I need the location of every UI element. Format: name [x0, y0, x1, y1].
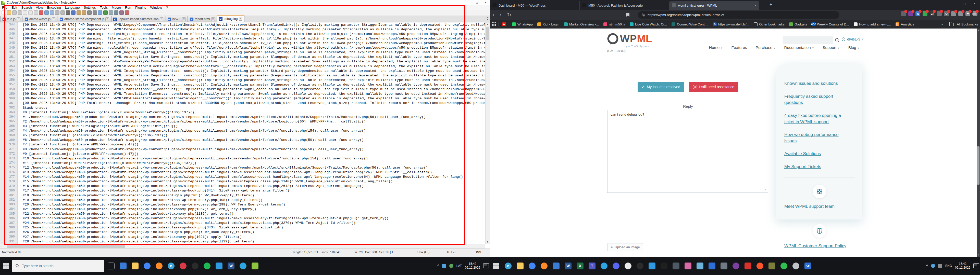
- search-box-icon[interactable]: Q: [944, 11, 949, 16]
- document-tab[interactable]: new 1 ×: [165, 16, 188, 22]
- sidebar-link[interactable]: How we debug performance issues: [784, 132, 850, 144]
- sync-vertical-icon[interactable]: [87, 10, 92, 15]
- need-assistance-button[interactable]: @ I still need assistance: [689, 82, 738, 92]
- tray-expand-icon[interactable]: ^: [438, 264, 439, 268]
- sidebar-link[interactable]: Known issues and solutions: [784, 81, 850, 87]
- obs-icon[interactable]: [636, 262, 643, 269]
- bookmark-item[interactable]: Other bookmarks: [751, 22, 787, 26]
- document-tab[interactable]: Topauto import Summer.json ×: [111, 16, 165, 22]
- word-icon[interactable]: W: [565, 262, 571, 269]
- url-text[interactable]: https://wpml.org/forums/topic/wpml-criti…: [648, 13, 724, 17]
- menu-item[interactable]: Encoding: [45, 6, 63, 9]
- bookmarks-overflow-chevron[interactable]: »: [941, 22, 943, 26]
- document-tab[interactable]: ammo.wasm.js ×: [23, 16, 57, 22]
- vertical-scrollbar[interactable]: [485, 22, 490, 244]
- action-center-icon[interactable]: [483, 263, 489, 269]
- tab-close-icon[interactable]: ×: [105, 17, 109, 21]
- page-scroll-up-icon[interactable]: ▲: [977, 29, 980, 31]
- tab-close-icon[interactable]: ×: [52, 17, 56, 21]
- spotify-icon[interactable]: [204, 262, 210, 269]
- paint-icon[interactable]: [684, 262, 691, 269]
- chrome-icon[interactable]: [144, 262, 151, 269]
- cut-icon[interactable]: [39, 10, 43, 15]
- document-map-icon[interactable]: [119, 10, 124, 15]
- save-icon[interactable]: [12, 10, 17, 15]
- show-all-characters-icon[interactable]: [103, 10, 108, 15]
- minimize-button[interactable]: –: [464, 0, 473, 5]
- bookmark-item[interactable]: CDC Weekly Counts of D...: [809, 22, 851, 26]
- redo-icon[interactable]: [60, 10, 65, 15]
- function-list-icon[interactable]: [114, 10, 118, 15]
- network-icon[interactable]: [931, 264, 935, 268]
- bookmark-item[interactable]: Gadgets: [787, 22, 809, 26]
- menu-item[interactable]: Language: [63, 6, 82, 9]
- taskbar-clock[interactable]: 15:4209.12.2025: [465, 262, 480, 270]
- language-indicator[interactable]: ENG: [945, 264, 952, 268]
- paste-icon[interactable]: [50, 10, 54, 15]
- notepad-plus-plus-icon[interactable]: [251, 262, 258, 269]
- site-search-input[interactable]: [783, 36, 833, 44]
- menu-item[interactable]: Tools: [98, 6, 110, 9]
- tab-close-icon[interactable]: ×: [17, 17, 21, 21]
- volume-icon[interactable]: [938, 264, 942, 268]
- scroll-up-arrow[interactable]: ▲: [485, 22, 490, 27]
- action-center-icon[interactable]: [974, 263, 979, 269]
- meet-support-team-link[interactable]: Meet WPML support team: [784, 204, 850, 210]
- site-search-icon[interactable]: [835, 38, 839, 42]
- replace-icon[interactable]: [71, 10, 76, 15]
- zoom-in-icon[interactable]: [76, 10, 81, 15]
- sidebar-link[interactable]: My Support Tickets: [784, 164, 850, 170]
- excel-icon[interactable]: X: [577, 262, 584, 269]
- brave-shield-icon[interactable]: [901, 11, 906, 16]
- remote-desktop-icon[interactable]: 🖳: [805, 262, 811, 269]
- tab-close-icon[interactable]: ×: [182, 17, 186, 21]
- browser-minimize-button[interactable]: –: [949, 0, 959, 8]
- status-encoding[interactable]: UTF-8: [447, 251, 455, 254]
- taskbar-clock[interactable]: 15:4209.12.2025: [955, 262, 970, 270]
- nav-item[interactable]: Blog: [848, 45, 859, 50]
- defender-shield-icon[interactable]: [449, 264, 453, 268]
- telegram-icon[interactable]: [601, 262, 608, 269]
- reload-icon[interactable]: ↻: [504, 12, 514, 18]
- scroll-left-arrow[interactable]: ‹: [0, 245, 2, 248]
- vscode-icon[interactable]: [216, 262, 223, 269]
- back-icon[interactable]: ‹: [490, 12, 497, 17]
- start-button[interactable]: [490, 257, 502, 275]
- nav-item[interactable]: Support: [822, 45, 840, 50]
- obs-icon[interactable]: [192, 262, 199, 269]
- user-menu[interactable]: elvisL-3 ∨: [842, 37, 864, 41]
- firefox-icon[interactable]: [156, 262, 162, 269]
- log-text-editor[interactable]: 344 [09-Dec-2025 13:40:29 UTC] PHP Depre…: [0, 22, 485, 244]
- horizontal-scroll-thumb[interactable]: [6, 245, 125, 248]
- undo-icon[interactable]: [55, 10, 59, 15]
- tray-expand-icon[interactable]: ^: [926, 264, 928, 268]
- indent-guide-icon[interactable]: [109, 10, 113, 15]
- tab-close-icon[interactable]: ×: [754, 3, 757, 7]
- bookmark-item[interactable]: ▶: [500, 22, 510, 26]
- menu-item[interactable]: View: [34, 6, 45, 9]
- tab-scroll-arrows[interactable]: ▲▼: [485, 16, 489, 21]
- menu-item[interactable]: File: [0, 6, 10, 9]
- bookmark-item[interactable]: Live Coin Watch: Cr...: [627, 22, 669, 26]
- copy-icon[interactable]: [45, 10, 49, 15]
- file-explorer-icon[interactable]: [517, 262, 523, 269]
- firefox-icon[interactable]: [541, 262, 547, 269]
- status-insert-mode[interactable]: INS: [476, 251, 481, 254]
- notepad-title-bar[interactable]: C:\Users\Admin\Downloads\debug.log - Not…: [0, 0, 490, 5]
- browser-menu-icon[interactable]: [972, 13, 977, 16]
- nav-item[interactable]: Purchase: [756, 45, 776, 50]
- zoom-out-icon[interactable]: [82, 10, 86, 15]
- save-all-icon[interactable]: [18, 10, 22, 15]
- browser-tab[interactable]: M50 - Apparel, Fashion & Accessorie ×: [580, 1, 670, 9]
- avg-extension-icon[interactable]: 1: [908, 11, 913, 16]
- site-settings-icon[interactable]: [641, 13, 645, 17]
- browser-maximize-button[interactable]: ▢: [959, 0, 969, 8]
- task-view-icon[interactable]: [108, 262, 115, 269]
- language-indicator[interactable]: LAT: [457, 264, 462, 268]
- edge-icon[interactable]: e: [505, 262, 512, 269]
- document-tab[interactable]: debug.log ×: [217, 15, 245, 22]
- all-bookmarks-label[interactable]: All Bookmarks: [957, 22, 978, 26]
- translate-icon[interactable]: A: [915, 11, 920, 16]
- browser-tab[interactable]: Dashboard ‹ M50 — WordPress ×: [490, 1, 580, 9]
- sidebar-link[interactable]: 4 easy fixes before opening a ticket in …: [784, 112, 850, 125]
